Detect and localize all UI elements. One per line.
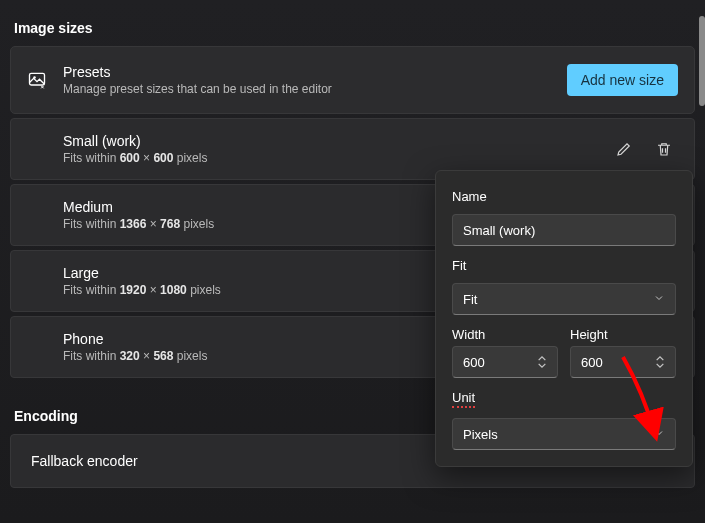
picture-icon — [27, 70, 47, 90]
fit-value: Fit — [463, 292, 477, 307]
presets-title: Presets — [63, 64, 551, 80]
name-field[interactable] — [452, 214, 676, 246]
fit-label: Fit — [452, 258, 676, 273]
unit-select[interactable]: Pixels — [452, 418, 676, 450]
height-value: 600 — [581, 355, 603, 370]
unit-value: Pixels — [463, 427, 498, 442]
chevron-down-icon — [653, 427, 665, 442]
name-input[interactable] — [463, 223, 665, 238]
name-label: Name — [452, 189, 676, 204]
width-value: 600 — [463, 355, 485, 370]
edit-icon[interactable] — [614, 139, 634, 159]
spinner-icon[interactable] — [655, 355, 665, 369]
settings-page: Image sizes Presets Manage preset sizes … — [0, 0, 705, 523]
spinner-icon[interactable] — [537, 355, 547, 369]
size-desc: Fits within 600 × 600 pixels — [63, 151, 598, 165]
height-label: Height — [570, 327, 676, 342]
presets-card: Presets Manage preset sizes that can be … — [10, 46, 695, 114]
svg-rect-0 — [30, 73, 45, 85]
width-label: Width — [452, 327, 558, 342]
add-new-size-button[interactable]: Add new size — [567, 64, 678, 96]
scrollbar[interactable] — [699, 16, 705, 106]
edit-size-popup: Name Fit Fit Width 600 — [435, 170, 693, 467]
chevron-down-icon — [653, 292, 665, 307]
size-name: Small (work) — [63, 133, 598, 149]
unit-label: Unit — [452, 390, 676, 408]
svg-point-1 — [33, 76, 36, 79]
height-stepper[interactable]: 600 — [570, 346, 676, 378]
presets-subtitle: Manage preset sizes that can be used in … — [63, 82, 551, 96]
fit-select[interactable]: Fit — [452, 283, 676, 315]
section-image-sizes-title: Image sizes — [14, 20, 695, 36]
width-stepper[interactable]: 600 — [452, 346, 558, 378]
delete-icon[interactable] — [654, 139, 674, 159]
